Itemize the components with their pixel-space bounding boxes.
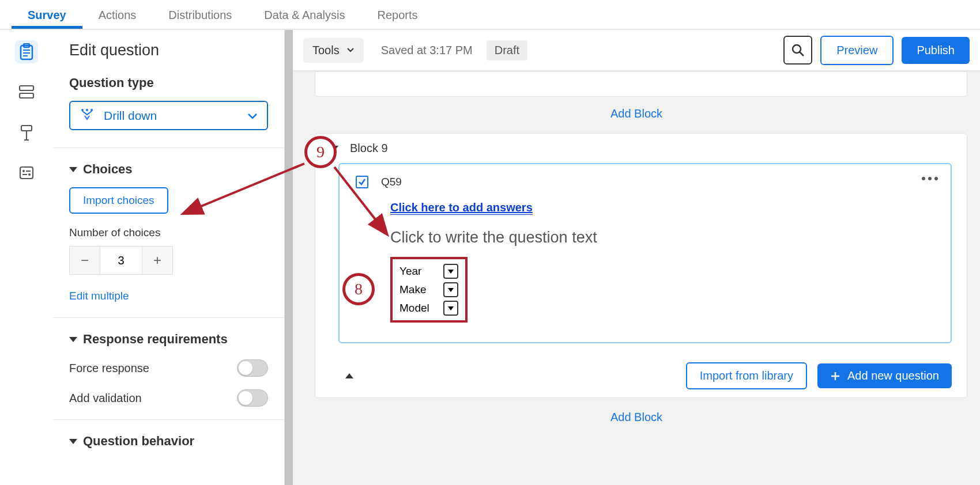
question-text[interactable]: Click to write the question text bbox=[390, 229, 934, 247]
choices-stepper: − 3 + bbox=[69, 246, 173, 275]
response-req-header: Response requirements bbox=[83, 332, 228, 347]
choices-count: 3 bbox=[100, 247, 142, 274]
force-response-label: Force response bbox=[69, 362, 149, 375]
caret-up-icon bbox=[345, 373, 353, 378]
left-rail bbox=[0, 30, 53, 485]
edit-multiple-link[interactable]: Edit multiple bbox=[69, 290, 129, 302]
svg-rect-5 bbox=[20, 86, 33, 90]
field-make-label[interactable]: Make bbox=[399, 283, 432, 296]
rail-layout-icon[interactable] bbox=[15, 81, 38, 104]
preview-button[interactable]: Preview bbox=[820, 36, 894, 65]
rail-survey-icon[interactable] bbox=[15, 40, 38, 63]
rail-flow-icon[interactable] bbox=[15, 161, 38, 184]
annotation-nine: 9 bbox=[304, 136, 337, 168]
tab-reports[interactable]: Reports bbox=[361, 1, 434, 29]
caret-down-icon bbox=[69, 337, 77, 342]
add-block-link-top[interactable]: Add Block bbox=[293, 107, 980, 120]
force-response-toggle[interactable] bbox=[237, 359, 268, 377]
question-id: Q59 bbox=[381, 176, 402, 188]
rail-theme-icon[interactable] bbox=[15, 121, 38, 144]
import-choices-button[interactable]: Import choices bbox=[69, 187, 168, 214]
choices-increment[interactable]: + bbox=[142, 247, 172, 274]
add-answers-link[interactable]: Click here to add answers bbox=[390, 201, 533, 215]
prev-block-tail bbox=[315, 71, 967, 97]
svg-rect-10 bbox=[20, 167, 33, 179]
tab-distributions[interactable]: Distributions bbox=[152, 1, 248, 29]
svg-line-19 bbox=[800, 52, 804, 56]
choices-header: Choices bbox=[83, 162, 133, 177]
survey-canvas: Add Block Block 9 Q59 Click here to add … bbox=[293, 71, 980, 485]
question-box[interactable]: Q59 Click here to add answers Click to w… bbox=[338, 163, 952, 343]
svg-point-17 bbox=[91, 109, 93, 111]
field-year-label[interactable]: Year bbox=[399, 265, 432, 278]
tab-survey[interactable]: Survey bbox=[12, 1, 82, 29]
add-validation-toggle[interactable] bbox=[237, 389, 268, 407]
field-model-select[interactable] bbox=[443, 301, 458, 316]
block-head[interactable]: Block 9 bbox=[315, 134, 967, 163]
tab-actions[interactable]: Actions bbox=[82, 1, 153, 29]
svg-point-18 bbox=[793, 45, 801, 53]
section-question-behavior[interactable]: Question behavior bbox=[69, 434, 268, 449]
svg-point-13 bbox=[28, 173, 31, 176]
num-choices-label: Number of choices bbox=[69, 226, 268, 239]
add-validation-label: Add validation bbox=[69, 392, 142, 405]
question-type-select[interactable]: Drill down bbox=[69, 101, 268, 130]
field-year-select[interactable] bbox=[443, 264, 458, 279]
search-button[interactable] bbox=[783, 36, 812, 65]
chevron-down-icon bbox=[247, 109, 258, 123]
svg-rect-6 bbox=[20, 93, 33, 98]
svg-point-11 bbox=[22, 170, 25, 172]
annotation-eight: 8 bbox=[342, 273, 375, 305]
question-type-label: Question type bbox=[69, 75, 268, 90]
publish-button[interactable]: Publish bbox=[902, 37, 970, 64]
svg-point-16 bbox=[86, 109, 88, 111]
panel-title: Edit question bbox=[69, 41, 268, 59]
block-card: Block 9 Q59 Click here to add answers Cl… bbox=[315, 133, 967, 398]
edit-panel: Edit question Question type Drill down C… bbox=[53, 30, 285, 485]
plus-icon bbox=[830, 371, 840, 381]
editor-toolbar: Tools Saved at 3:17 PM Draft Preview Pub… bbox=[293, 30, 980, 71]
drilldown-icon bbox=[80, 108, 95, 123]
status-badge: Draft bbox=[487, 40, 527, 60]
add-block-link-bottom[interactable]: Add Block bbox=[293, 411, 980, 424]
drilldown-fields: Year Make Model bbox=[390, 257, 468, 323]
add-new-question-button[interactable]: Add new question bbox=[817, 363, 952, 388]
tools-dropdown[interactable]: Tools bbox=[303, 38, 364, 63]
tab-data-analysis[interactable]: Data & Analysis bbox=[248, 1, 361, 29]
block-title: Block 9 bbox=[350, 142, 388, 155]
question-type-value: Drill down bbox=[104, 109, 157, 123]
question-checkbox[interactable] bbox=[356, 176, 368, 188]
scrollbar[interactable] bbox=[285, 30, 293, 485]
chevron-down-icon bbox=[346, 47, 355, 53]
caret-down-icon bbox=[69, 167, 77, 172]
field-model-label[interactable]: Model bbox=[399, 302, 432, 315]
choices-decrement[interactable]: − bbox=[70, 247, 100, 274]
section-response-req[interactable]: Response requirements bbox=[69, 332, 268, 347]
caret-down-icon bbox=[69, 439, 77, 444]
saved-status: Saved at 3:17 PM bbox=[381, 44, 473, 57]
field-make-select[interactable] bbox=[443, 282, 458, 297]
svg-point-15 bbox=[81, 109, 84, 111]
search-icon bbox=[791, 43, 805, 57]
import-from-library-button[interactable]: Import from library bbox=[686, 362, 807, 389]
top-tabs: Survey Actions Distributions Data & Anal… bbox=[0, 0, 980, 30]
svg-rect-7 bbox=[21, 126, 32, 131]
question-behavior-header: Question behavior bbox=[83, 434, 194, 449]
section-choices[interactable]: Choices bbox=[69, 162, 268, 177]
question-more-icon[interactable] bbox=[922, 177, 938, 180]
